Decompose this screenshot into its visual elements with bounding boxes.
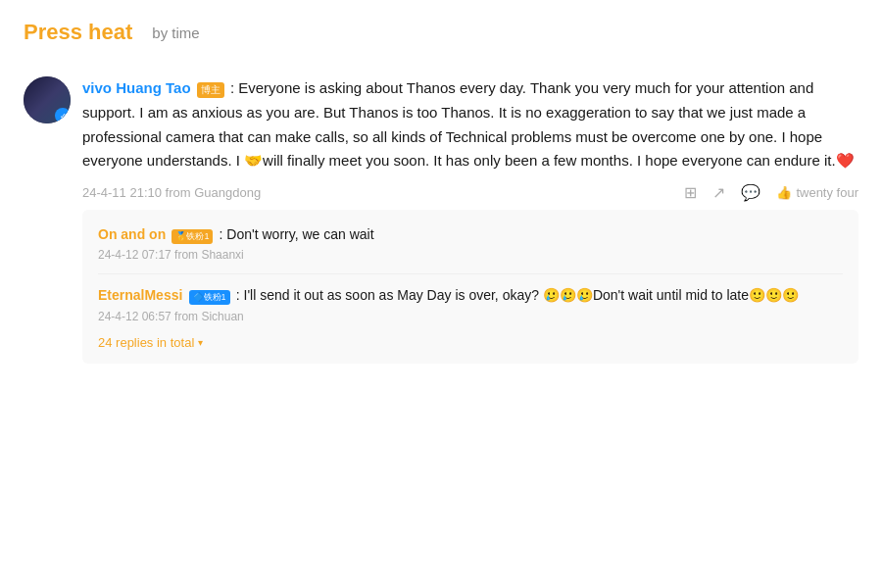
- reply-text-2: : I'll send it out as soon as May Day is…: [236, 287, 799, 303]
- reply-line: On and on 🥇铁粉1 : Don't worry, we can wai…: [98, 223, 843, 245]
- reply-text: : Don't worry, we can wait: [220, 226, 374, 242]
- post-timestamp: 24-4-11 21:10 from Guangdong: [82, 185, 668, 200]
- page-subtitle: by time: [152, 24, 199, 41]
- replies-container: On and on 🥇铁粉1 : Don't worry, we can wai…: [82, 210, 858, 364]
- repost-icon[interactable]: ⊞: [684, 183, 697, 202]
- post-author-badge: 博主: [197, 82, 224, 98]
- avatar-verified-badge: ✓: [55, 108, 71, 123]
- reply-badge: 🥇铁粉1: [172, 229, 213, 244]
- reply-meta-2: 24-4-12 06:57 from Sichuan: [98, 310, 843, 323]
- post-body: vivo Huang Tao 博主 : Everyone is asking a…: [82, 76, 858, 364]
- reply-item: On and on 🥇铁粉1 : Don't worry, we can wai…: [98, 223, 843, 262]
- like-section[interactable]: 👍 twenty four: [776, 185, 858, 200]
- page-title: Press heat: [24, 20, 132, 45]
- reply-meta: 24-4-12 07:17 from Shaanxi: [98, 248, 843, 262]
- avatar: ✓: [24, 76, 71, 123]
- like-icon: 👍: [776, 185, 792, 200]
- post-username[interactable]: vivo Huang Tao: [82, 79, 191, 96]
- reply-line: EternalMessi 🔷铁粉1 : I'll send it out as …: [98, 284, 843, 306]
- post-meta: 24-4-11 21:10 from Guangdong ⊞ ↗ 💬 👍 twe…: [82, 183, 858, 202]
- total-replies-button[interactable]: 24 replies in total ▾: [98, 335, 843, 350]
- reply-item: EternalMessi 🔷铁粉1 : I'll send it out as …: [98, 284, 843, 322]
- reply-username-2[interactable]: EternalMessi: [98, 287, 182, 303]
- comment-icon[interactable]: 💬: [741, 183, 760, 202]
- reply-username[interactable]: On and on: [98, 226, 166, 242]
- share-icon[interactable]: ↗: [712, 183, 725, 202]
- like-count: twenty four: [796, 185, 858, 200]
- reply-divider: [98, 273, 843, 274]
- header: Press heat by time: [24, 20, 858, 45]
- post-container: ✓ vivo Huang Tao 博主 : Everyone is asking…: [24, 65, 858, 375]
- chevron-down-icon: ▾: [198, 337, 203, 348]
- post-header-line: vivo Huang Tao 博主 : Everyone is asking a…: [82, 76, 858, 173]
- reply-badge-2: 🔷铁粉1: [189, 290, 230, 305]
- post-action-icons: ⊞ ↗ 💬 👍 twenty four: [684, 183, 858, 202]
- total-replies-text: 24 replies in total: [98, 335, 194, 350]
